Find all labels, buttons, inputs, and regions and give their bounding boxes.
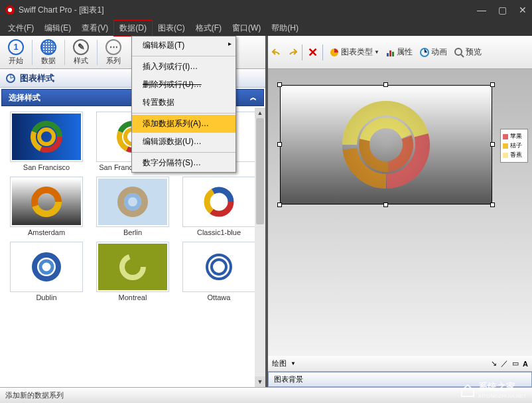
svg-point-29 [455, 48, 462, 55]
minimize-button[interactable]: — [477, 5, 486, 15]
menu-edit-source[interactable]: 编辑源数据(U)… [132, 133, 235, 151]
menu-number-sep[interactable]: 数字分隔符(S)… [132, 154, 235, 172]
properties-icon [386, 48, 395, 57]
drawing-toolbar: 绘图▼ ↘ ／ ▭ A [268, 356, 532, 372]
panel-title: 图表样式 [20, 72, 54, 84]
arrow-icon[interactable]: ↘ [491, 359, 497, 368]
svg-point-19 [34, 255, 58, 279]
svg-point-15 [126, 195, 139, 208]
menu-edit[interactable]: 编辑(E) [39, 21, 76, 36]
preview-icon [454, 47, 464, 58]
menu-bar: 文件(F) 编辑(E) 查看(V) 数据(D) 图表(C) 格式(F) 窗口(W… [0, 20, 532, 36]
menu-edit-titles[interactable]: 编辑标题(T) [132, 37, 235, 54]
animation-button[interactable]: 动画 [417, 45, 450, 59]
style-classic1-blue[interactable]: Classic1-blue [176, 177, 261, 240]
svg-line-30 [461, 54, 464, 57]
watermark: 系统之家 XITONGZHIJIA.NET [460, 381, 527, 399]
style-montreal[interactable]: Montreal [90, 242, 175, 305]
right-toolbar: ✕ 图表类型▼ 属性 动画 预览 [268, 36, 532, 69]
app-icon [5, 5, 15, 15]
scroll-thumb[interactable] [256, 118, 264, 224]
menu-format[interactable]: 格式(F) [190, 21, 227, 36]
chevron-up-icon: ︽ [250, 93, 257, 102]
donut-chart [340, 98, 432, 191]
style-dublin[interactable]: Dublin [4, 242, 89, 305]
maximize-button[interactable]: ▢ [498, 5, 507, 15]
data-dropdown: 编辑标题(T) 插入列或行(I)… 删除列或行(U)… 转置数据 添加数据系列(… [131, 36, 236, 173]
right-panel: ✕ 图表类型▼ 属性 动画 预览 [268, 36, 532, 387]
window-titlebar: Swiff Chart Pro - [图表1] — ▢ ✕ [0, 0, 532, 20]
svg-point-37 [342, 101, 430, 189]
menu-data[interactable]: 数据(D) [113, 20, 153, 37]
style-amsterdam[interactable]: Amsterdam [4, 177, 89, 240]
draw-label: 绘图 [272, 359, 287, 368]
line-icon[interactable]: ／ [501, 359, 508, 368]
toolbar-style[interactable]: ✎样式 [69, 38, 93, 67]
chart-selection-frame[interactable] [280, 85, 492, 204]
status-bar: 添加新的数据系列 [0, 387, 532, 403]
menu-file[interactable]: 文件(F) [3, 21, 39, 36]
chart-canvas[interactable]: 苹果 桔子 香蕉 [268, 69, 532, 356]
properties-button[interactable]: 属性 [383, 45, 415, 59]
preview-button[interactable]: 预览 [451, 45, 484, 59]
animation-icon [419, 47, 430, 58]
window-title: Swiff Chart Pro - [图表1] [19, 5, 103, 16]
style-berlin[interactable]: Berlin [90, 177, 175, 240]
toolbar-data[interactable]: 数据 [36, 38, 60, 67]
style-san-francisco[interactable]: San Francisco [4, 112, 89, 175]
rect-icon[interactable]: ▭ [512, 359, 519, 368]
svg-rect-27 [392, 52, 394, 56]
style-icon [5, 73, 16, 84]
scroll-down-icon[interactable]: ▼ [255, 376, 265, 387]
scroll-up-icon[interactable]: ▲ [255, 108, 265, 118]
svg-point-23 [212, 260, 226, 274]
styles-scrollbar[interactable]: ▲ ▼ [255, 108, 265, 387]
chart-type-button[interactable]: 图表类型▼ [326, 45, 382, 59]
chart-legend[interactable]: 苹果 桔子 香蕉 [500, 129, 528, 163]
menu-transpose[interactable]: 转置数据 [132, 94, 235, 112]
svg-point-4 [39, 129, 54, 144]
text-icon[interactable]: A [523, 360, 528, 368]
redo-button[interactable] [285, 46, 299, 59]
chart-type-icon [329, 47, 340, 58]
svg-point-20 [40, 261, 52, 273]
menu-insert-rowcol[interactable]: 插入列或行(I)… [132, 58, 235, 76]
status-text: 添加新的数据系列 [5, 390, 64, 400]
toolbar-start[interactable]: 1开始 [4, 38, 28, 67]
toolbar-series[interactable]: ⋯系列 [101, 38, 125, 67]
menu-help[interactable]: 帮助(H) [266, 21, 304, 36]
menu-chart[interactable]: 图表(C) [153, 21, 190, 36]
close-button[interactable]: ✕ [519, 5, 527, 15]
menu-add-series[interactable]: 添加数据系列(A)… [132, 115, 235, 133]
svg-rect-25 [387, 53, 389, 56]
menu-delete-rowcol[interactable]: 删除列或行(U)… [132, 76, 235, 94]
menu-window[interactable]: 窗口(W) [227, 21, 266, 36]
svg-rect-26 [389, 50, 391, 56]
undo-button[interactable] [271, 46, 284, 59]
chart-object[interactable] [280, 85, 492, 204]
style-ottawa[interactable]: Ottawa [176, 242, 261, 305]
delete-button[interactable]: ✕ [306, 46, 319, 59]
svg-point-21 [122, 256, 143, 278]
menu-view[interactable]: 查看(V) [76, 21, 113, 36]
